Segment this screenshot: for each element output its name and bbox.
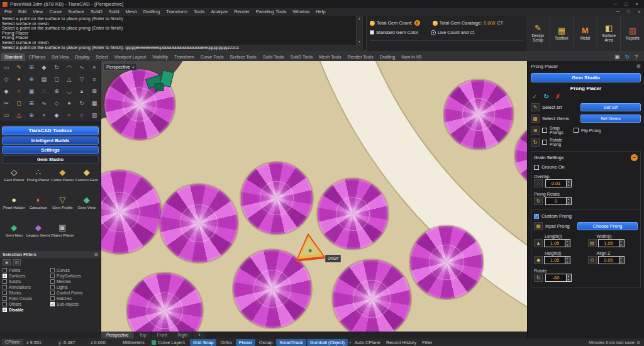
help-icon[interactable]: ? bbox=[635, 53, 638, 60]
palette-tool-7[interactable]: × bbox=[92, 64, 96, 70]
palette-tool-6[interactable]: ∿ bbox=[79, 64, 84, 70]
menu-analyze[interactable]: Analyze bbox=[208, 8, 231, 16]
filter-points[interactable]: Points bbox=[3, 267, 50, 273]
flip-prong-checkbox[interactable] bbox=[574, 128, 579, 133]
toolbar-tab-solid-tools[interactable]: Solid Tools bbox=[260, 53, 287, 61]
viewport-tab-perspective[interactable]: Perspective bbox=[101, 332, 135, 338]
toolbar-tab-mesh-tools[interactable]: Mesh Tools bbox=[316, 53, 344, 61]
gem[interactable] bbox=[444, 80, 513, 149]
palette-tool-24[interactable]: ✂ bbox=[4, 100, 9, 106]
prong-rotate-spinner[interactable]: 0 bbox=[545, 197, 572, 205]
palette-tool-30[interactable]: ↻ bbox=[79, 100, 84, 106]
palette-tool-39[interactable]: ▥ bbox=[92, 112, 97, 118]
filter-others[interactable]: Others bbox=[3, 301, 50, 307]
palette-tool-18[interactable]: ▣ bbox=[29, 88, 35, 94]
menu-transform[interactable]: Transform bbox=[163, 8, 191, 16]
units-label[interactable]: Millimeters bbox=[120, 340, 147, 345]
tool-custom-gem[interactable]: ◆Custom Gem bbox=[75, 165, 99, 193]
panels-icon[interactable]: ▣ bbox=[614, 53, 620, 60]
gem[interactable] bbox=[241, 162, 313, 234]
tool-prong-placer[interactable]: ∴Prong Placer bbox=[26, 165, 51, 193]
quick-tool-surface-area[interactable]: ◧Surface Area bbox=[597, 16, 621, 51]
palette-tool-5[interactable]: ◠ bbox=[67, 64, 72, 70]
status-toggle-gumball-object[interactable]: Gumball (Object) bbox=[307, 339, 348, 346]
palette-tool-11[interactable]: ▤ bbox=[42, 76, 47, 82]
filter-sub-objects[interactable]: Sub-objects bbox=[50, 301, 98, 307]
gem[interactable] bbox=[160, 184, 238, 262]
toolbar-tab-render-tools[interactable]: Render Tools bbox=[345, 53, 377, 61]
status-toggle-osnap[interactable]: Osnap bbox=[256, 339, 276, 346]
palette-tool-13[interactable]: △ bbox=[67, 76, 72, 82]
filter-lights[interactable]: Lights bbox=[50, 284, 98, 290]
filter-subds[interactable]: SubDs bbox=[3, 279, 50, 284]
palette-tool-27[interactable]: ∿ bbox=[42, 100, 47, 106]
palette-tool-1[interactable]: ✎ bbox=[16, 64, 21, 70]
palette-tool-15[interactable]: ≡ bbox=[92, 76, 96, 82]
groove-on-checkbox[interactable] bbox=[534, 165, 539, 170]
menu-view[interactable]: View bbox=[30, 8, 46, 16]
palette-tool-31[interactable]: ▦ bbox=[92, 100, 97, 106]
spin-down-icon[interactable] bbox=[567, 184, 571, 187]
palette-splitter[interactable]: ··· bbox=[0, 121, 101, 125]
toolbox-section-settings[interactable]: Settings bbox=[2, 146, 99, 154]
toolbar-tab-set-view[interactable]: Set View bbox=[48, 53, 72, 61]
layer-indicator[interactable]: Curve Layer1 bbox=[152, 340, 186, 345]
toolbar-tab-surface-tools[interactable]: Surface Tools bbox=[227, 53, 260, 61]
viewport[interactable]: OnSrf Perspective ▾ bbox=[101, 61, 527, 332]
sync-icon[interactable]: ↻ bbox=[625, 53, 630, 60]
tool-cabochon[interactable]: ◗Cabochon bbox=[26, 193, 51, 221]
live-count-radio[interactable] bbox=[431, 30, 436, 35]
palette-tool-35[interactable]: × bbox=[42, 112, 45, 118]
status-toggle-smarttrack[interactable]: SmartTrack bbox=[276, 339, 306, 346]
tool-pearl-holder[interactable]: ●Pearl Holder bbox=[2, 193, 26, 221]
filter-hatches[interactable]: Hatches bbox=[50, 296, 98, 301]
tool-cutter-placer[interactable]: ◆Cutter Placer bbox=[50, 165, 75, 193]
child-maximize-icon[interactable]: □ bbox=[624, 8, 633, 16]
snap-prongs-checkbox[interactable] bbox=[542, 128, 547, 133]
maximize-icon[interactable]: □ bbox=[621, 1, 631, 8]
viewport-scene[interactable]: OnSrf Perspective ▾ bbox=[101, 61, 527, 332]
length-spinner[interactable]: 1.05 bbox=[544, 239, 570, 247]
prong-placement-preview[interactable] bbox=[292, 230, 328, 262]
spinner-arrows[interactable] bbox=[565, 240, 570, 247]
filter-annotations[interactable]: Annotations bbox=[3, 284, 50, 290]
close-icon[interactable]: × bbox=[632, 1, 641, 8]
prong-cluster[interactable] bbox=[147, 71, 178, 98]
palette-tool-10[interactable]: ⊕ bbox=[29, 76, 34, 82]
standard-gem-color-checkbox[interactable] bbox=[370, 30, 374, 35]
menu-file[interactable]: File bbox=[1, 8, 15, 16]
spin-down-icon[interactable] bbox=[565, 243, 570, 247]
auto-cplane-button[interactable]: Auto CPlane bbox=[352, 340, 383, 345]
palette-tool-33[interactable]: △ bbox=[17, 112, 21, 118]
menu-tools[interactable]: Tools bbox=[191, 8, 208, 16]
spinner-arrows[interactable] bbox=[566, 198, 571, 204]
spinner-arrows[interactable] bbox=[566, 274, 571, 281]
spinner-arrows[interactable] bbox=[566, 180, 571, 187]
tool-object-placer[interactable]: ▣Object Placer bbox=[50, 221, 75, 248]
status-toggle-planar[interactable]: Planar bbox=[236, 339, 255, 346]
palette-tool-9[interactable]: ● bbox=[17, 76, 20, 82]
scroll-down-icon[interactable]: ▼ bbox=[358, 40, 361, 44]
child-minimize-icon[interactable]: ─ bbox=[613, 8, 623, 16]
palette-tool-28[interactable]: ◇ bbox=[55, 100, 59, 106]
child-close-icon[interactable]: × bbox=[635, 8, 644, 16]
scroll-up-icon[interactable]: ▲ bbox=[358, 16, 361, 21]
gem[interactable] bbox=[127, 273, 203, 332]
palette-tool-20[interactable]: ⊗ bbox=[54, 88, 59, 94]
filter-quick-0[interactable]: ◉ bbox=[3, 259, 11, 265]
toolbar-tab-drafting[interactable]: Drafting bbox=[377, 53, 399, 61]
sel-gems-button[interactable]: Sel Gems bbox=[580, 114, 641, 123]
filter-meshes[interactable]: Meshes bbox=[50, 279, 98, 284]
rotate-spinner[interactable]: -60 bbox=[545, 274, 572, 282]
command-scrollbar[interactable]: ▲▼ bbox=[356, 16, 363, 45]
height-value[interactable]: 1.05 bbox=[545, 257, 565, 264]
filter-blocks[interactable]: Blocks bbox=[3, 290, 50, 296]
palette-tool-32[interactable]: ▭ bbox=[4, 112, 9, 118]
palette-tool-19[interactable]: ∴ bbox=[42, 88, 46, 94]
palette-tool-21[interactable]: ◡ bbox=[67, 88, 72, 94]
confirm-icon[interactable]: ✓ bbox=[532, 93, 537, 100]
menu-help[interactable]: Help bbox=[313, 8, 328, 16]
gem[interactable] bbox=[410, 226, 483, 299]
viewport-tab-new[interactable]: + bbox=[193, 332, 206, 338]
tool-gem-placer[interactable]: ◇Gem Placer bbox=[2, 165, 26, 193]
